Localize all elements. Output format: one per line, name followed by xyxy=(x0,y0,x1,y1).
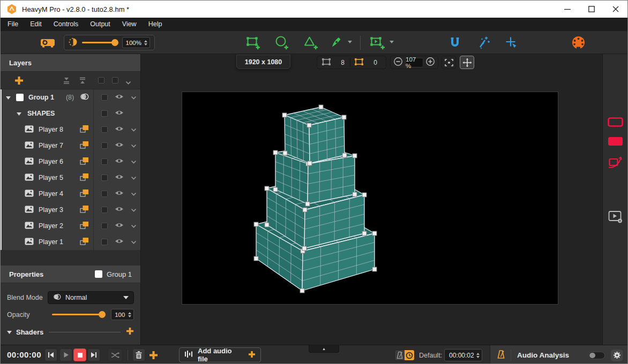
row-checkbox[interactable] xyxy=(101,142,108,149)
layer-row-shapes[interactable]: SHAPES xyxy=(1,105,140,122)
menu-item[interactable]: Output xyxy=(84,18,116,31)
delete-sequence-button[interactable] xyxy=(132,348,145,361)
layer-row-player[interactable]: Player 6 xyxy=(1,154,140,170)
vertex-handle[interactable] xyxy=(372,231,377,236)
layer-row-player[interactable]: Player 3 xyxy=(1,202,140,218)
minimize-button[interactable] xyxy=(555,1,579,18)
vertex-handle[interactable] xyxy=(265,186,269,191)
duplicate-icon[interactable] xyxy=(80,141,89,150)
row-checkbox[interactable] xyxy=(101,158,108,165)
visibility-eye-icon[interactable] xyxy=(115,126,124,133)
add-shader-button[interactable] xyxy=(126,327,134,337)
pen-tool-dropdown-caret[interactable] xyxy=(348,41,352,43)
row-checkbox[interactable] xyxy=(101,207,108,213)
visibility-eye-icon[interactable] xyxy=(115,158,124,165)
layer-row-player[interactable]: Player 1 xyxy=(1,234,140,250)
duplicate-icon[interactable] xyxy=(80,173,89,183)
visibility-eye-icon[interactable] xyxy=(115,206,124,214)
default-duration-field[interactable]: 00:00:02 xyxy=(444,349,482,361)
zoom-in-button[interactable] xyxy=(425,57,435,68)
add-sequence-button[interactable] xyxy=(149,351,158,361)
menu-item[interactable]: Edit xyxy=(24,18,48,31)
vertex-handle[interactable] xyxy=(282,113,287,117)
vertex-handle[interactable] xyxy=(353,192,357,196)
vertex-handle[interactable] xyxy=(319,105,323,109)
magnet-snap-icon[interactable] xyxy=(449,36,461,50)
shape-effect-tool-icon[interactable] xyxy=(603,156,628,169)
vertex-handle[interactable] xyxy=(302,246,306,251)
add-layer-button[interactable] xyxy=(14,76,24,87)
chevron-down-icon[interactable] xyxy=(131,94,137,101)
visibility-eye-icon[interactable] xyxy=(115,222,124,230)
zoom-out-button[interactable] xyxy=(393,57,403,68)
vertex-handle[interactable] xyxy=(254,256,258,261)
increment-arrow[interactable] xyxy=(476,353,480,355)
vertex-handle[interactable] xyxy=(307,123,311,127)
skip-end-button[interactable] xyxy=(87,348,100,361)
expander-triangle-icon[interactable] xyxy=(17,110,21,117)
vertex-handle[interactable] xyxy=(273,150,278,155)
vertex-handle[interactable] xyxy=(254,222,258,226)
pan-move-button[interactable] xyxy=(460,56,474,69)
move-layer-down-icon[interactable] xyxy=(62,77,71,86)
chevron-down-icon[interactable] xyxy=(131,206,137,214)
beat-mode-button[interactable] xyxy=(395,350,405,360)
visibility-eye-icon[interactable] xyxy=(115,110,124,117)
header-checkbox-all-2[interactable] xyxy=(112,77,118,84)
decrement-arrow[interactable] xyxy=(144,43,147,46)
preview-settings-icon[interactable] xyxy=(603,210,628,224)
time-mode-button[interactable] xyxy=(405,350,414,360)
vertex-handle[interactable] xyxy=(372,267,377,271)
fit-view-button[interactable] xyxy=(442,56,456,69)
layer-row-player[interactable]: Player 2 xyxy=(1,218,140,234)
projector-icon[interactable] xyxy=(40,36,55,50)
chevron-down-icon[interactable] xyxy=(131,222,137,230)
row-checkbox[interactable] xyxy=(101,223,108,229)
maximize-button[interactable] xyxy=(579,1,603,18)
shape-fill-tool-icon[interactable] xyxy=(603,136,628,146)
stop-button[interactable] xyxy=(73,348,86,361)
properties-target-checkbox[interactable] xyxy=(95,270,102,278)
chevron-down-icon[interactable] xyxy=(131,238,137,246)
metronome-icon[interactable] xyxy=(497,350,505,361)
close-button[interactable] xyxy=(603,1,627,18)
audio-settings-gear-button[interactable] xyxy=(611,350,623,361)
duplicate-icon[interactable] xyxy=(80,125,89,134)
audio-analysis-toggle[interactable] xyxy=(588,352,605,359)
play-button[interactable] xyxy=(59,348,72,361)
menu-item[interactable]: File xyxy=(2,18,24,31)
blend-mode-dropdown[interactable]: Normal xyxy=(48,291,134,304)
collapse-all-chevron-icon[interactable] xyxy=(125,79,131,86)
layer-row-player[interactable]: Player 4 xyxy=(1,186,140,202)
menu-item[interactable]: View xyxy=(116,18,143,31)
mapping-scene[interactable] xyxy=(182,92,559,305)
move-layer-up-icon[interactable] xyxy=(78,77,87,86)
vertex-handle[interactable] xyxy=(273,187,278,192)
brightness-value-field[interactable]: 100% xyxy=(122,37,150,48)
add-audio-file-button[interactable]: Add audio file xyxy=(179,347,261,362)
duplicate-icon[interactable] xyxy=(80,189,89,199)
row-checkbox[interactable] xyxy=(101,239,108,245)
header-checkbox-all[interactable] xyxy=(98,77,104,84)
crosshair-snap-icon[interactable] xyxy=(505,36,517,50)
brightness-slider[interactable] xyxy=(82,42,117,43)
chevron-down-icon[interactable] xyxy=(131,190,137,198)
duplicate-icon[interactable] xyxy=(80,157,89,166)
duplicate-icon[interactable] xyxy=(80,221,89,231)
add-player-group-button[interactable] xyxy=(369,35,385,51)
shape-outline-tool-icon[interactable] xyxy=(603,117,628,127)
menu-item[interactable]: Controls xyxy=(48,18,85,31)
midi-icon[interactable] xyxy=(571,35,586,51)
vertex-handle[interactable] xyxy=(342,153,347,157)
vertex-handle[interactable] xyxy=(353,154,357,158)
vertex-handle[interactable] xyxy=(342,115,346,119)
chevron-down-icon[interactable] xyxy=(131,174,137,181)
player-group-dropdown-caret[interactable] xyxy=(390,41,394,43)
chevron-down-icon[interactable] xyxy=(131,142,137,149)
row-checkbox[interactable] xyxy=(101,175,108,181)
menu-item[interactable]: Help xyxy=(143,18,168,31)
chevron-down-icon[interactable] xyxy=(131,158,137,165)
expand-timeline-tab[interactable]: ▲ xyxy=(309,345,339,353)
decrement-arrow[interactable] xyxy=(128,315,131,317)
group-color-checkbox[interactable] xyxy=(16,94,24,101)
